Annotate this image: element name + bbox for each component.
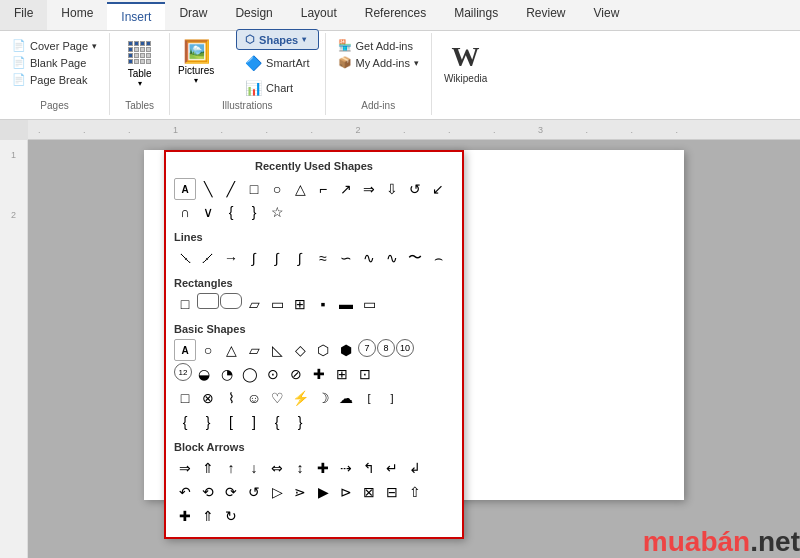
line-squiggle1[interactable]: ≈ <box>312 247 334 269</box>
shape-star[interactable]: ☆ <box>266 201 288 223</box>
shape-brace-close[interactable]: } <box>243 201 265 223</box>
basic-frame[interactable]: ◯ <box>239 363 261 385</box>
basic-foldedcorner[interactable]: ⌇ <box>220 387 242 409</box>
basic-bracket2-right[interactable]: ] <box>243 411 265 433</box>
line-straight2[interactable]: ⟍ <box>197 247 219 269</box>
tab-mailings[interactable]: Mailings <box>440 0 512 30</box>
basic-7[interactable]: 7 <box>358 339 376 357</box>
basic-parallelogram[interactable]: ▱ <box>243 339 265 361</box>
tab-file[interactable]: File <box>0 0 47 30</box>
rect-snip1[interactable]: ▱ <box>243 293 265 315</box>
tab-design[interactable]: Design <box>221 0 286 30</box>
basic-can[interactable]: ⊡ <box>354 363 376 385</box>
line-squiggle2[interactable]: ∽ <box>335 247 357 269</box>
shape-triangle[interactable]: △ <box>289 178 311 200</box>
cover-page-button[interactable]: 📄 Cover Page ▾ <box>8 37 101 54</box>
arrow-4way[interactable]: ✚ <box>174 505 196 527</box>
tab-view[interactable]: View <box>580 0 634 30</box>
basic-brace3-left[interactable]: { <box>266 411 288 433</box>
arrow-down3[interactable]: ↻ <box>220 505 242 527</box>
shape-brace-open[interactable]: { <box>220 201 242 223</box>
line-wave1[interactable]: ∿ <box>358 247 380 269</box>
rect-plain[interactable]: ▭ <box>358 293 380 315</box>
tab-insert[interactable]: Insert <box>107 2 165 30</box>
line-curve1[interactable]: ∫ <box>243 247 265 269</box>
rect-striped[interactable]: ▬ <box>335 293 357 315</box>
smartart-button[interactable]: 🔷 SmartArt <box>236 51 318 75</box>
arrow-cross[interactable]: ✚ <box>312 457 334 479</box>
arrow-return[interactable]: ↵ <box>381 457 403 479</box>
arrow-ud[interactable]: ↕ <box>289 457 311 479</box>
shape-arrow-curve[interactable]: ↺ <box>404 178 426 200</box>
arrow-reduce[interactable]: ⊟ <box>381 481 403 503</box>
arrow-up3[interactable]: ⇑ <box>197 505 219 527</box>
arrow-loop[interactable]: ↺ <box>243 481 265 503</box>
rect-frame[interactable]: ⊞ <box>289 293 311 315</box>
arrow-up-block[interactable]: ⇑ <box>197 457 219 479</box>
basic-brace-left[interactable]: { <box>174 411 196 433</box>
shape-circle[interactable]: ○ <box>266 178 288 200</box>
basic-isosceles[interactable]: △ <box>220 339 242 361</box>
rect-square[interactable]: □ <box>174 293 196 315</box>
line-straight[interactable]: ⟍ <box>174 247 196 269</box>
arrow-bend-down[interactable]: ↲ <box>404 457 426 479</box>
line-curve3[interactable]: ∫ <box>289 247 311 269</box>
basic-bracket-rect1[interactable]: [ <box>358 387 380 409</box>
shape-arrow-right[interactable]: ⇒ <box>358 178 380 200</box>
my-addins-button[interactable]: 📦 My Add-ins ▾ <box>334 54 423 71</box>
basic-pie[interactable]: ◒ <box>193 363 215 385</box>
arrow-up2[interactable]: ↑ <box>220 457 242 479</box>
basic-cube[interactable]: □ <box>174 387 196 409</box>
line-arrow[interactable]: → <box>220 247 242 269</box>
basic-textbox[interactable]: A <box>174 339 196 361</box>
basic-brace3-right[interactable]: } <box>289 411 311 433</box>
shape-arrow-left-curve[interactable]: ↙ <box>427 178 449 200</box>
arrow-right-chevron[interactable]: ⋗ <box>289 481 311 503</box>
wikipedia-button[interactable]: W Wikipedia <box>440 37 491 88</box>
table-button[interactable]: Table ▾ <box>124 37 156 92</box>
shape-arrow-down[interactable]: ⇩ <box>381 178 403 200</box>
basic-bevel[interactable]: ⊗ <box>197 387 219 409</box>
arrow-right2[interactable]: ▷ <box>266 481 288 503</box>
basic-heart[interactable]: ♡ <box>266 387 288 409</box>
rect-snip2[interactable]: ▭ <box>266 293 288 315</box>
arrow-uturn[interactable]: ↶ <box>174 481 196 503</box>
tab-draw[interactable]: Draw <box>165 0 221 30</box>
basic-diamond[interactable]: ◇ <box>289 339 311 361</box>
basic-smiley[interactable]: ☺ <box>243 387 265 409</box>
shape-corner[interactable]: ⌐ <box>312 178 334 200</box>
arrow-cw[interactable]: ⟳ <box>220 481 242 503</box>
arrow-notch[interactable]: ⊠ <box>358 481 380 503</box>
rect-rounded1[interactable] <box>197 293 219 309</box>
tab-references[interactable]: References <box>351 0 440 30</box>
basic-cloud[interactable]: ☁ <box>335 387 357 409</box>
basic-donut[interactable]: ⊙ <box>262 363 284 385</box>
shape-wave[interactable]: ∨ <box>197 201 219 223</box>
line-loop[interactable]: ⌢ <box>427 247 449 269</box>
shape-line-diag2[interactable]: ╲ <box>220 178 242 200</box>
tab-layout[interactable]: Layout <box>287 0 351 30</box>
basic-right-triangle[interactable]: ◺ <box>266 339 288 361</box>
basic-cross[interactable]: ✚ <box>308 363 330 385</box>
basic-chord[interactable]: ◔ <box>216 363 238 385</box>
tab-home[interactable]: Home <box>47 0 107 30</box>
rect-3d[interactable]: ▪ <box>312 293 334 315</box>
arrow-striped[interactable]: ⊳ <box>335 481 357 503</box>
arrow-lr[interactable]: ⇔ <box>266 457 288 479</box>
basic-8[interactable]: 8 <box>377 339 395 357</box>
basic-plaque[interactable]: ⊞ <box>331 363 353 385</box>
shape-rect[interactable]: □ <box>243 178 265 200</box>
basic-oval[interactable]: ○ <box>197 339 219 361</box>
pictures-button[interactable]: 🖼️ Pictures ▾ <box>176 37 216 87</box>
tab-review[interactable]: Review <box>512 0 579 30</box>
get-addins-button[interactable]: 🏪 Get Add-ins <box>334 37 423 54</box>
basic-hexagon[interactable]: ⬡ <box>312 339 334 361</box>
shape-arc[interactable]: ∩ <box>174 201 196 223</box>
line-wave2[interactable]: ∿ <box>381 247 403 269</box>
basic-moon[interactable]: ☽ <box>312 387 334 409</box>
basic-bracket-rect2[interactable]: ] <box>381 387 403 409</box>
basic-10[interactable]: 10 <box>396 339 414 357</box>
basic-bracket2-left[interactable]: [ <box>220 411 242 433</box>
basic-heptagon[interactable]: ⬢ <box>335 339 357 361</box>
shape-textbox[interactable]: A <box>174 178 196 200</box>
